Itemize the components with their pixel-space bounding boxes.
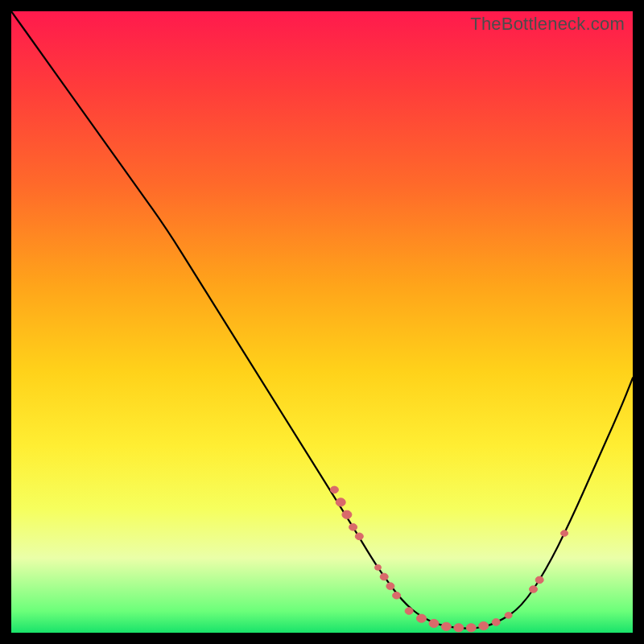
highlight-dot (405, 608, 413, 615)
highlight-dot (386, 583, 394, 590)
highlight-dot (441, 622, 451, 630)
highlight-dot (454, 624, 464, 632)
bottleneck-curve-svg (11, 11, 633, 633)
highlight-dot (349, 524, 357, 531)
highlight-dot (330, 486, 338, 493)
highlight-dot (466, 624, 476, 632)
highlight-dot (561, 530, 568, 537)
highlight-dot (479, 621, 489, 630)
highlight-dot (375, 565, 382, 571)
highlight-dot (393, 592, 401, 599)
highlight-dot (336, 498, 345, 506)
highlight-dot (417, 614, 427, 622)
highlight-dot (355, 533, 363, 540)
highlight-dot (342, 510, 352, 518)
highlight-dot (505, 613, 512, 619)
highlight-dot (492, 619, 500, 626)
chart-frame: TheBottleneck.com (11, 11, 633, 633)
highlight-dot (530, 586, 538, 593)
highlight-dots-group (330, 486, 568, 632)
highlight-dot (380, 573, 388, 580)
highlight-dot (429, 619, 439, 627)
bottleneck-curve-path (11, 11, 633, 629)
highlight-dot (535, 576, 543, 584)
